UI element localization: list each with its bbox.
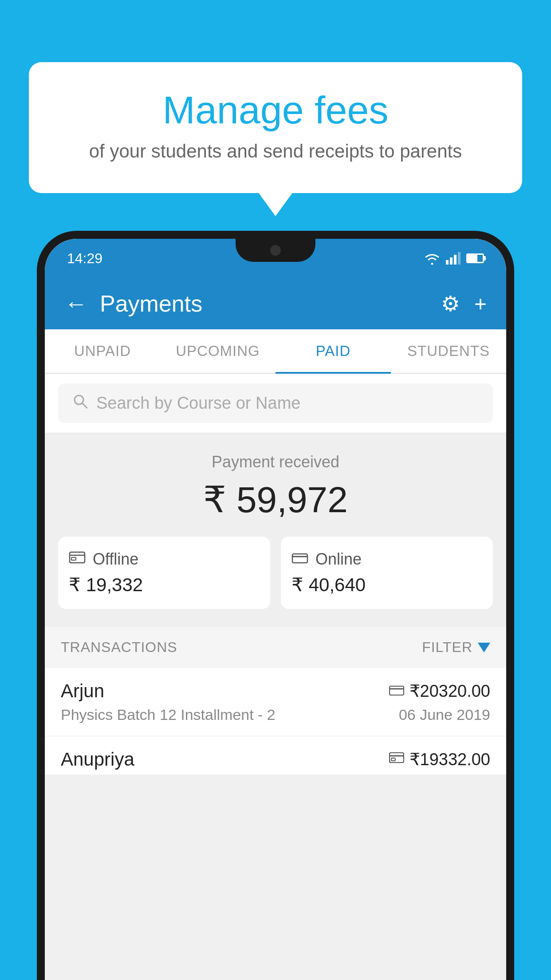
add-button[interactable]: + — [474, 292, 487, 316]
total-amount: ₹ 59,972 — [58, 478, 493, 521]
transaction-amount: ₹20320.00 — [409, 681, 491, 701]
header-icons: ⚙ + — [441, 291, 487, 316]
tab-students[interactable]: STUDENTS — [391, 329, 506, 373]
payment-cards: Offline ₹ 19,332 Online — [58, 537, 493, 609]
transactions-header: TRANSACTIONS FILTER — [45, 627, 506, 668]
online-amount: ₹ 40,640 — [291, 574, 366, 596]
offline-label: Offline — [93, 550, 138, 569]
search-container: Search by Course or Name — [45, 374, 506, 433]
filter-button[interactable]: FILTER — [422, 639, 490, 656]
back-button[interactable]: ← — [64, 292, 87, 315]
transaction-course: Physics Batch 12 Installment - 2 — [61, 706, 276, 723]
svg-line-5 — [82, 403, 87, 408]
transaction-row[interactable]: Arjun ₹20320.00 Physics Batch 12 Install… — [45, 668, 506, 736]
offline-amount: ₹ 19,332 — [69, 574, 143, 596]
filter-label: FILTER — [422, 639, 472, 656]
battery-icon — [466, 253, 484, 263]
status-icons — [424, 252, 484, 265]
svg-rect-11 — [390, 686, 404, 695]
transaction-row-partial[interactable]: Anupriya ₹19332.00 — [45, 736, 506, 775]
search-icon — [72, 393, 88, 413]
online-card: Online ₹ 40,640 — [281, 537, 493, 609]
tab-unpaid[interactable]: UNPAID — [45, 329, 160, 373]
online-label: Online — [315, 550, 362, 569]
search-bar[interactable]: Search by Course or Name — [58, 383, 493, 423]
transactions-label: TRANSACTIONS — [61, 639, 177, 656]
search-placeholder: Search by Course or Name — [96, 394, 300, 413]
filter-icon — [478, 643, 490, 652]
svg-rect-3 — [458, 252, 460, 265]
phone-frame: 14:29 — [37, 231, 514, 980]
transaction-date: 06 June 2019 — [399, 706, 490, 723]
svg-rect-9 — [292, 554, 307, 563]
speech-bubble-subtitle: of your students and send receipts to pa… — [64, 141, 487, 162]
notch — [236, 239, 315, 262]
offline-icon — [69, 550, 86, 569]
transaction-top: Arjun ₹20320.00 — [61, 680, 490, 702]
online-card-header: Online — [291, 550, 362, 569]
svg-rect-15 — [391, 758, 395, 761]
transaction-amount-wrap-2: ₹19332.00 — [389, 750, 491, 769]
status-bar: 14:29 — [45, 239, 506, 278]
payment-summary: Payment received ₹ 59,972 Offline — [45, 433, 506, 627]
status-time: 14:29 — [67, 250, 102, 267]
payment-received-label: Payment received — [58, 453, 493, 471]
settings-button[interactable]: ⚙ — [441, 291, 460, 316]
phone-screen: 14:29 — [45, 239, 506, 980]
transaction-bottom: Physics Batch 12 Installment - 2 06 June… — [61, 706, 490, 723]
offline-card-header: Offline — [69, 550, 138, 569]
app-header: ← Payments ⚙ + — [45, 278, 506, 329]
transaction-amount-2: ₹19332.00 — [409, 750, 491, 769]
svg-rect-1 — [450, 257, 453, 265]
camera-dot — [270, 245, 281, 256]
svg-rect-0 — [446, 260, 449, 265]
speech-bubble-container: Manage fees of your students and send re… — [29, 62, 522, 193]
tabs-container: UNPAID UPCOMING PAID STUDENTS — [45, 329, 506, 374]
tab-upcoming[interactable]: UPCOMING — [160, 329, 276, 373]
transaction-name-2: Anupriya — [61, 749, 134, 770]
online-payment-icon — [389, 683, 404, 700]
offline-card: Offline ₹ 19,332 — [58, 537, 270, 609]
offline-payment-icon — [389, 751, 404, 768]
transaction-name: Arjun — [61, 680, 104, 702]
online-icon — [291, 550, 308, 569]
transaction-amount-wrap: ₹20320.00 — [389, 681, 491, 701]
svg-rect-2 — [454, 255, 457, 265]
wifi-icon — [424, 252, 441, 265]
signal-icon — [446, 252, 461, 265]
speech-bubble: Manage fees of your students and send re… — [29, 62, 522, 193]
svg-rect-8 — [71, 557, 76, 560]
header-title: Payments — [100, 290, 441, 317]
speech-bubble-title: Manage fees — [64, 89, 487, 132]
tab-paid[interactable]: PAID — [276, 329, 391, 373]
transaction-top-2: Anupriya ₹19332.00 — [61, 749, 490, 770]
